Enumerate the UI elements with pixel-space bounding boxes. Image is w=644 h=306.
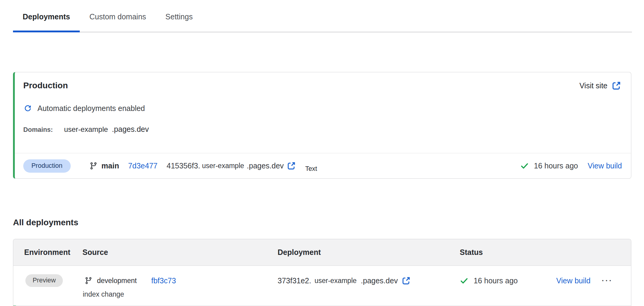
actions-cell: ••• (602, 274, 620, 288)
deployment-time: 16 hours ago (474, 276, 518, 285)
column-header-source: Source (82, 248, 278, 257)
environment-badge-production: Production (23, 159, 71, 173)
success-check-icon (460, 276, 469, 285)
production-card-title: Production (23, 80, 622, 91)
all-deployments-title: All deployments (13, 217, 644, 228)
tab-settings[interactable]: Settings (156, 0, 202, 32)
visit-site-button[interactable]: Visit site (579, 81, 621, 91)
external-link-icon (611, 81, 621, 91)
overflow-menu-icon[interactable]: ••• (602, 274, 613, 288)
git-branch-icon (89, 162, 98, 170)
tab-custom-domains[interactable]: Custom domains (80, 0, 156, 32)
deployment-id: 415356f3. (166, 161, 200, 170)
status-cell: 16 hours ago View build (460, 274, 602, 288)
domains-label: Domains: (23, 126, 53, 134)
external-link-icon[interactable] (401, 276, 411, 285)
deployment-host: user-example (202, 162, 244, 170)
deployments-table: Environment Source Deployment Status Pre… (13, 239, 631, 306)
visit-site-label: Visit site (579, 81, 607, 90)
git-branch-icon (85, 277, 92, 285)
column-header-deployment: Deployment (278, 248, 460, 257)
commit-hash-link[interactable]: 7d3e477 (128, 161, 157, 170)
commit-message: index change (83, 290, 278, 298)
deployment-cell: 373f31e2. user-example .pages.dev (278, 274, 460, 288)
external-link-icon[interactable] (287, 161, 296, 171)
table-header-row: Environment Source Deployment Status (13, 239, 631, 266)
deployment-suffix: .pages.dev (247, 161, 284, 170)
column-header-status: Status (460, 248, 602, 257)
tab-bar: Deployments Custom domains Settings (13, 0, 632, 32)
view-build-link[interactable]: View build (588, 161, 622, 170)
source-cell: development fbf3c73 index change (82, 274, 278, 298)
annotation-text: Text (305, 165, 317, 173)
deployment-host: user-example (314, 277, 356, 285)
refresh-icon (23, 104, 32, 113)
production-card: Production Automatic deployments enabled… (13, 72, 631, 179)
branch-name: main (101, 161, 119, 170)
domain-name: user-example (64, 125, 108, 134)
commit-hash-link[interactable]: fbf3c73 (151, 276, 176, 285)
success-check-icon (520, 161, 529, 170)
table-row: Preview development fbf3c73 index change… (13, 266, 631, 306)
view-build-link[interactable]: View build (556, 276, 591, 285)
auto-deployments-status: Automatic deployments enabled (37, 104, 145, 113)
tab-deployments[interactable]: Deployments (13, 0, 80, 32)
deployment-suffix: .pages.dev (361, 276, 398, 285)
production-deployment-row: Production main 7d3e477 415356f3. user-e… (15, 153, 631, 178)
branch-name: development (97, 277, 137, 285)
deployment-id: 373f31e2. (278, 276, 311, 285)
environment-cell: Preview (24, 274, 82, 288)
environment-badge-preview: Preview (25, 274, 63, 287)
column-header-environment: Environment (24, 248, 82, 257)
domain-suffix: .pages.dev (112, 125, 149, 134)
deployment-time: 16 hours ago (534, 161, 578, 170)
